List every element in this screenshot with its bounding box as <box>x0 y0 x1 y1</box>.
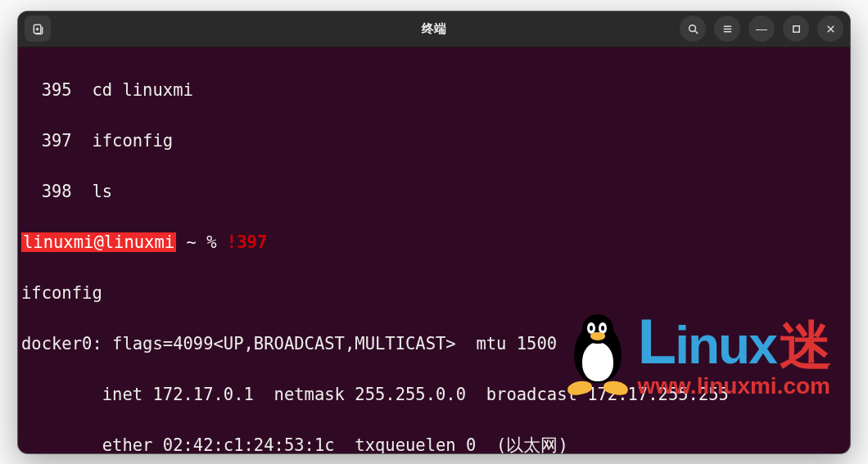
history-line: 397 ifconfig <box>21 128 847 154</box>
output-line: docker0: flags=4099<UP,BROADCAST,MULTICA… <box>21 331 847 357</box>
new-tab-button[interactable] <box>25 16 51 42</box>
executed-command: ifconfig <box>21 281 847 306</box>
prompt-line: linuxmi@linuxmi ~ % !397 <box>21 230 847 255</box>
search-button[interactable] <box>680 16 706 42</box>
maximize-button[interactable] <box>783 16 809 42</box>
svg-point-1 <box>689 25 695 31</box>
menu-button[interactable] <box>714 16 740 42</box>
titlebar: 终端 — <box>18 11 850 47</box>
close-button[interactable] <box>817 16 843 42</box>
prompt-user-host: linuxmi@linuxmi <box>21 232 176 252</box>
history-line: 398 ls <box>21 179 847 205</box>
output-line: inet 172.17.0.1 netmask 255.255.0.0 broa… <box>21 382 847 408</box>
svg-rect-2 <box>793 25 799 32</box>
terminal-window: 终端 — 395 cd linuxmi 397 ifconfig 398 ls … <box>18 11 850 453</box>
history-line: 395 cd linuxmi <box>21 78 847 103</box>
output-line: ether 02:42:c1:24:53:1c txqueuelen 0 (以太… <box>21 433 847 453</box>
terminal-body[interactable]: 395 cd linuxmi 397 ifconfig 398 ls linux… <box>18 47 850 453</box>
bang-command: !397 <box>227 232 267 252</box>
minimize-button[interactable]: — <box>748 16 775 42</box>
